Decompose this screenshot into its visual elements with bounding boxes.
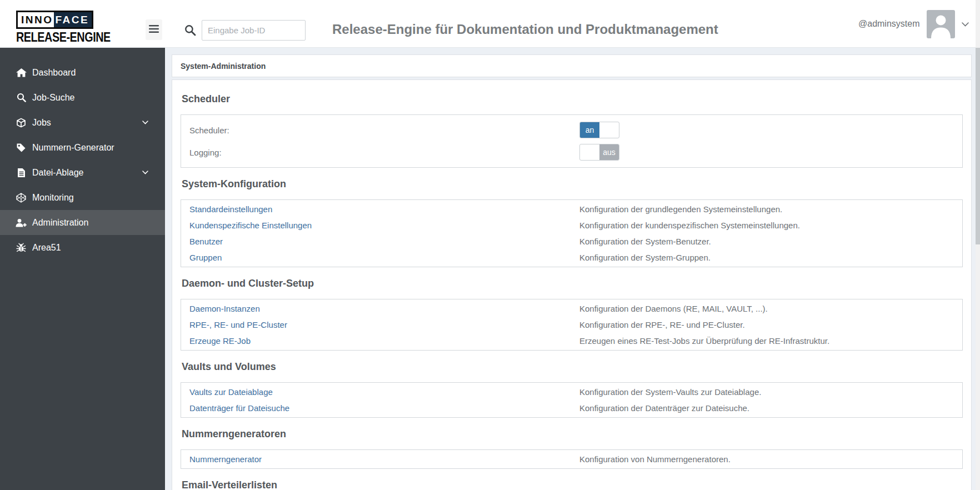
chevron-down-icon (142, 121, 148, 124)
tag-icon (16, 143, 27, 153)
user-plus-icon (16, 218, 27, 227)
link-benutzer[interactable]: Benutzer (189, 233, 579, 249)
link-description: Konfiguration der Datenträger zur Dateis… (579, 400, 954, 416)
section-title-email-verteilerlisten: Email-Verteilerlisten (182, 479, 963, 490)
link-description: Konfiguration der System-Vaults zur Date… (579, 384, 954, 400)
sidebar-item-label: Administration (32, 218, 88, 228)
link-row: Vaults zur Dateiablage Konfiguration der… (189, 384, 954, 400)
link-row: Benutzer Konfiguration der System-Benutz… (189, 233, 954, 249)
scrollbar-track (976, 0, 980, 490)
avatar (927, 10, 955, 38)
sidebar-item-job-suche[interactable]: Job-Suche (0, 85, 165, 110)
header: INNOFACE RELEASE-ENGINE Release-Engine f… (0, 0, 980, 48)
section-title-nummerngeneratoren: Nummerngeneratoren (182, 428, 963, 440)
chevron-down-icon (962, 19, 969, 29)
home-icon (16, 68, 27, 77)
logo[interactable]: INNOFACE RELEASE-ENGINE (16, 11, 126, 45)
scheduler-toggle[interactable]: an (579, 122, 619, 138)
sidebar-item-label: Jobs (32, 118, 51, 128)
scheduler-card: Scheduler: an Logging: aus (181, 114, 963, 168)
sidebar-item-datei-ablage[interactable]: Datei-Ablage (0, 160, 165, 185)
sidebar-item-area51[interactable]: Area51 (0, 235, 165, 260)
link-row: Datenträger für Dateisuche Konfiguration… (189, 400, 954, 416)
toggle-on-label: an (580, 122, 599, 138)
logo-wordmark: INNOFACE (16, 11, 93, 29)
link-description: Konfiguration der grundlegenden Systemei… (579, 201, 954, 217)
toggle-on-side (580, 144, 599, 160)
link-kundenspezifische-einstellungen[interactable]: Kundenspezifische Einstellungen (189, 217, 579, 233)
link-erzeuge-re-job[interactable]: Erzeuge RE-Job (189, 333, 579, 349)
system-konfiguration-card: Standardeinstellungen Konfiguration der … (181, 199, 963, 267)
sidebar-item-jobs[interactable]: Jobs (0, 110, 165, 135)
cube-icon (16, 118, 27, 128)
logo-part-inno: INNO (18, 12, 54, 27)
link-datentraeger-fuer-dateisuche[interactable]: Datenträger für Dateisuche (189, 400, 579, 416)
content-header: System-Administration (172, 54, 972, 77)
scheduler-toggle-row: Scheduler: an (189, 122, 954, 138)
link-description: Konfiguration von Nummerngeneratoren. (579, 451, 954, 467)
section-title-daemon-cluster-setup: Daemon- und Cluster-Setup (182, 278, 963, 289)
codepen-icon (16, 193, 27, 203)
search-icon (184, 24, 196, 38)
link-row: Nummerngenerator Konfiguration von Numme… (189, 451, 954, 467)
bars-icon (149, 25, 159, 34)
job-id-search-input[interactable] (202, 20, 306, 41)
search-icon (16, 93, 27, 102)
page-title: Release-Engine für Dokumentation und Pro… (332, 21, 718, 38)
link-description: Konfiguration der Daemons (RE, MAIL, VAU… (579, 301, 954, 317)
scheduler-toggle-label: Scheduler: (189, 126, 579, 135)
link-nummerngenerator[interactable]: Nummerngenerator (189, 451, 579, 467)
user-menu[interactable]: @adminsystem (858, 0, 969, 48)
file-icon (16, 168, 27, 178)
link-description: Konfiguration der RPE-, RE- und PE-Clust… (579, 317, 954, 333)
link-description: Konfiguration der System-Benutzer. (579, 233, 954, 249)
admin-panel: Scheduler Scheduler: an Logging: aus Sys… (172, 79, 972, 490)
sidebar-item-administration[interactable]: Administration (0, 210, 165, 235)
sidebar-item-dashboard[interactable]: Dashboard (0, 60, 165, 85)
section-title-scheduler: Scheduler (182, 93, 963, 105)
chevron-down-icon (142, 171, 148, 174)
sidebar-item-label: Dashboard (32, 68, 76, 78)
link-row: Kundenspezifische Einstellungen Konfigur… (189, 217, 954, 233)
toggle-off-label: aus (599, 144, 619, 160)
logo-subtitle: RELEASE-ENGINE (16, 30, 111, 45)
link-description: Konfiguration der kundenspezifischen Sys… (579, 217, 954, 233)
sidebar-item-nummern-generator[interactable]: Nummern-Generator (0, 135, 165, 160)
link-description: Konfiguration der System-Gruppen. (579, 249, 954, 266)
link-rpe-re-pe-cluster[interactable]: RPE-, RE- und PE-Cluster (189, 317, 579, 333)
logging-toggle-row: Logging: aus (189, 144, 954, 161)
logo-part-face: FACE (54, 12, 92, 27)
user-name: @adminsystem (858, 19, 920, 29)
sidebar-item-label: Nummern-Generator (32, 143, 114, 153)
link-description: Erzeugen eines RE-Test-Jobs zur Überprüf… (579, 333, 954, 349)
bug-icon (16, 243, 27, 253)
link-row: Standardeinstellungen Konfiguration der … (189, 201, 954, 217)
breadcrumb: System-Administration (181, 62, 266, 71)
logging-toggle-label: Logging: (189, 148, 579, 157)
section-title-vaults-volumes: Vaults und Volumes (182, 361, 963, 373)
link-daemon-instanzen[interactable]: Daemon-Instanzen (189, 301, 579, 317)
sidebar-item-label: Area51 (32, 243, 61, 253)
link-standardeinstellungen[interactable]: Standardeinstellungen (189, 201, 579, 217)
link-row: RPE-, RE- und PE-Cluster Konfiguration d… (189, 317, 954, 333)
sidebar-item-label: Monitoring (32, 193, 74, 203)
sidebar-item-monitoring[interactable]: Monitoring (0, 185, 165, 210)
link-gruppen[interactable]: Gruppen (189, 249, 579, 266)
nummerngeneratoren-card: Nummerngenerator Konfiguration von Numme… (181, 449, 963, 469)
link-row: Gruppen Konfiguration der System-Gruppen… (189, 249, 954, 266)
scrollbar-thumb[interactable] (976, 48, 980, 244)
sidebar-toggle-button[interactable] (146, 19, 162, 40)
link-row: Daemon-Instanzen Konfiguration der Daemo… (189, 301, 954, 317)
link-row: Erzeuge RE-Job Erzeugen eines RE-Test-Jo… (189, 333, 954, 349)
logging-toggle[interactable]: aus (579, 144, 619, 161)
sidebar-item-label: Datei-Ablage (32, 168, 84, 178)
sidebar-item-label: Job-Suche (32, 93, 75, 103)
link-vaults-zur-dateiablage[interactable]: Vaults zur Dateiablage (189, 384, 579, 400)
sidebar: Dashboard Job-Suche Jobs Nummern-Generat… (0, 48, 165, 490)
daemon-cluster-card: Daemon-Instanzen Konfiguration der Daemo… (181, 299, 963, 351)
toggle-off-side (599, 122, 619, 138)
section-title-system-konfiguration: System-Konfiguration (182, 178, 963, 190)
vaults-volumes-card: Vaults zur Dateiablage Konfiguration der… (181, 382, 963, 418)
